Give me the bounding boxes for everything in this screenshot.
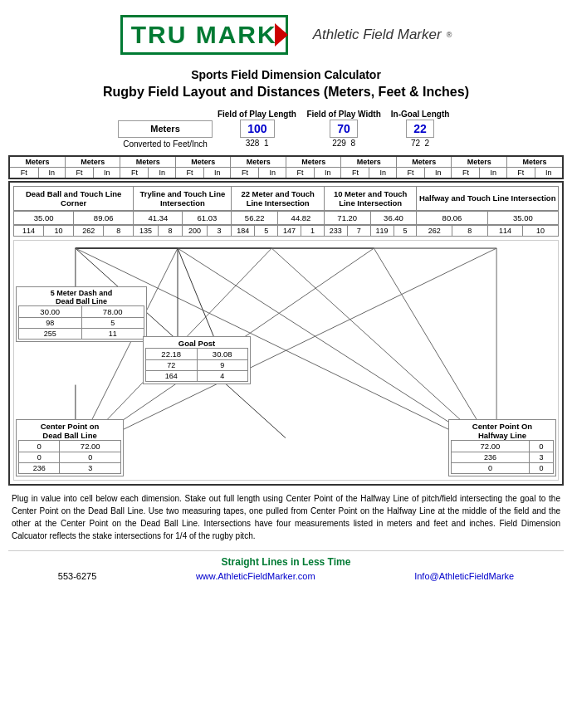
- width-ft: 229: [332, 139, 346, 148]
- in-db-2: 8: [104, 225, 134, 236]
- col-header-1: Meters: [9, 156, 65, 168]
- ft-cdb-2: 236: [19, 462, 60, 473]
- in-10m-2: 5: [394, 225, 417, 236]
- ft-cdb-1: 0: [19, 452, 60, 462]
- sub-in-1: In: [38, 167, 65, 178]
- val-22m-1[interactable]: 56.22: [232, 211, 278, 224]
- ft-gp-2: 164: [146, 370, 198, 381]
- sub-in-5: In: [259, 167, 286, 178]
- val-10m-2[interactable]: 36.40: [370, 211, 417, 224]
- svg-line-9: [76, 248, 496, 452]
- length-value[interactable]: 100: [240, 120, 274, 138]
- logo-box: TRU MARK: [120, 15, 288, 55]
- logo-triangle-right: [275, 23, 288, 46]
- in-cdb-1: 0: [60, 452, 121, 462]
- goal-ft: 72: [411, 139, 420, 148]
- sub-ft-5: Ft: [231, 167, 259, 178]
- five-meter-values: 30.00 78.00 98 5 255 11: [18, 305, 144, 340]
- val-10m-1[interactable]: 71.20: [324, 211, 370, 224]
- col-header-7: Meters: [341, 156, 397, 168]
- ft-hw-1: 262: [417, 225, 452, 236]
- sub-ft-4: Ft: [175, 167, 203, 178]
- col-header-9: Meters: [452, 156, 507, 168]
- goal-label: In-Goal Length: [386, 108, 455, 120]
- width-label: Field of Play Width: [301, 108, 385, 120]
- center-deadball-values: 0 72.00 0 0 236 3: [18, 440, 121, 474]
- footer: Straight Lines in Less Time 553-6275 www…: [8, 550, 564, 581]
- meters-header: Meters: [118, 120, 213, 137]
- logo-text: TRU MARK: [131, 21, 277, 49]
- sub-ft-3: Ft: [120, 167, 149, 178]
- col-header-6: Meters: [286, 156, 341, 168]
- val-gp-2[interactable]: 30.08: [197, 348, 248, 359]
- footer-email[interactable]: Info@AthleticFieldMarke: [414, 571, 514, 581]
- in-5m-2: 11: [81, 328, 144, 339]
- sub-in-9: In: [480, 167, 507, 178]
- sub-in-8: In: [424, 167, 452, 178]
- ft-gp-1: 72: [146, 359, 198, 370]
- sub-ft-8: Ft: [396, 167, 424, 178]
- center-halfway-label: Center Point OnHalfway Line: [451, 422, 554, 440]
- val-halfway-2[interactable]: 35.00: [487, 211, 558, 224]
- goal-in: 2: [425, 139, 430, 148]
- ft-5m-2: 255: [19, 328, 82, 339]
- length-ft: 328: [246, 139, 260, 148]
- in-22m-2: 1: [301, 225, 325, 236]
- ft-chw-1: 236: [452, 452, 530, 462]
- converted-label: Converted to Feet/Inch: [118, 137, 213, 150]
- section-10m-header: 10 Meter and Touch Line Intersection: [324, 186, 417, 210]
- length-label: Field of Play Length: [213, 108, 302, 120]
- sub-ft-6: Ft: [286, 167, 314, 178]
- logo-subtitle: Athletic Field Marker: [313, 27, 442, 43]
- field-title: Rugby Field Layout and Distances (Meters…: [8, 85, 564, 100]
- ft-10m-1: 233: [324, 225, 347, 236]
- val-cdb-2[interactable]: 72.00: [60, 440, 121, 452]
- sub-in-10: In: [535, 167, 563, 178]
- page-title: Sports Field Dimension Calculator: [8, 68, 564, 81]
- val-deadball-2[interactable]: 89.06: [74, 211, 134, 224]
- val-5m-2[interactable]: 78.00: [81, 305, 144, 317]
- in-22m-1: 5: [255, 225, 278, 236]
- section-headers-table: Dead Ball and Touch Line Corner Tryline …: [13, 186, 559, 211]
- val-tryline-2[interactable]: 61.03: [183, 211, 232, 224]
- val-22m-2[interactable]: 44.82: [278, 211, 325, 224]
- in-db-1: 10: [44, 225, 74, 236]
- sub-in-2: In: [93, 167, 120, 178]
- val-chw-2[interactable]: 0: [529, 440, 553, 452]
- logo-section: TRU MARK Athletic Field Marker ®: [8, 8, 564, 61]
- val-chw-1[interactable]: 72.00: [452, 440, 530, 452]
- length-in: 1: [264, 139, 269, 148]
- ft-chw-2: 0: [452, 462, 530, 473]
- registered-mark: ®: [447, 31, 452, 39]
- val-tryline-1[interactable]: 41.34: [134, 211, 183, 224]
- page-wrapper: TRU MARK Athletic Field Marker ® Sports …: [8, 8, 564, 581]
- goal-post-section: Goal Post 22.18 30.08 72 9 164 4: [143, 336, 251, 384]
- col-header-5: Meters: [231, 156, 286, 168]
- center-deadball-label: Center Point onDead Ball Line: [18, 422, 121, 440]
- val-cdb-1[interactable]: 0: [19, 440, 60, 452]
- main-data-table: Meters Meters Meters Meters Meters Meter…: [8, 155, 564, 179]
- in-5m-1: 5: [81, 317, 144, 328]
- width-value[interactable]: 70: [330, 120, 358, 138]
- description-text: Plug in value into cell below each dimen…: [8, 492, 564, 542]
- footer-phone: 553-6275: [58, 571, 97, 581]
- sub-ft-2: Ft: [65, 167, 93, 178]
- in-cdb-2: 3: [60, 462, 121, 473]
- center-halfway-section: Center Point OnHalfway Line 72.00 0 236 …: [448, 419, 556, 476]
- goal-value[interactable]: 22: [406, 120, 434, 138]
- ft-db-2: 262: [74, 225, 104, 236]
- val-deadball-1[interactable]: 35.00: [14, 211, 74, 224]
- sub-ft-7: Ft: [341, 167, 369, 178]
- val-halfway-1[interactable]: 80.06: [417, 211, 487, 224]
- sub-in-6: In: [314, 167, 341, 178]
- val-gp-1[interactable]: 22.18: [146, 348, 198, 359]
- col-header-2: Meters: [65, 156, 120, 168]
- in-hw-2: 10: [523, 225, 559, 236]
- center-deadball-section: Center Point onDead Ball Line 0 72.00 0 …: [16, 419, 124, 476]
- svg-line-8: [76, 248, 496, 452]
- col-header-10: Meters: [506, 156, 563, 168]
- val-5m-1[interactable]: 30.00: [19, 305, 82, 317]
- ft-22m-1: 184: [232, 225, 255, 236]
- col-header-4: Meters: [175, 156, 231, 168]
- footer-website[interactable]: www.AthleticFieldMarker.com: [196, 571, 315, 581]
